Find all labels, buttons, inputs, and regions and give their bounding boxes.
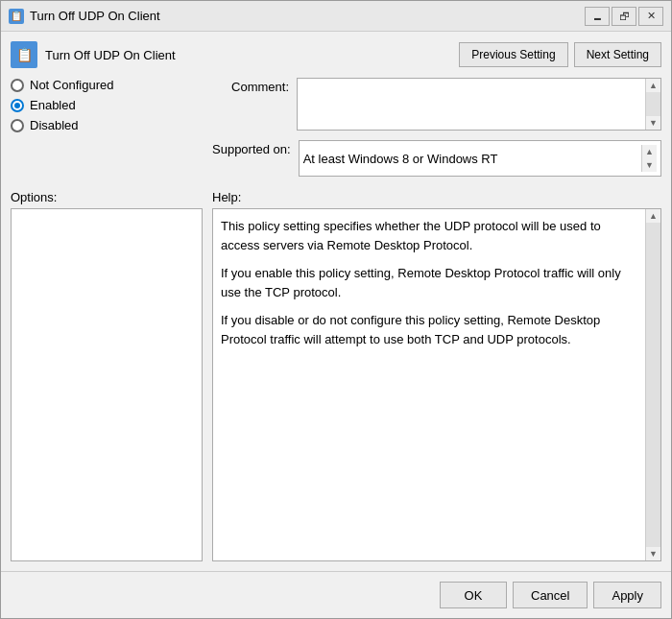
supported-scroll-down[interactable]: ▼ bbox=[643, 158, 657, 172]
header-title: Turn Off UDP On Client bbox=[45, 48, 176, 62]
minimize-button[interactable]: 🗕 bbox=[585, 7, 610, 26]
title-bar-left: 📋 Turn Off UDP On Client bbox=[9, 9, 160, 24]
help-paragraph-1: This policy setting specifies whether th… bbox=[221, 217, 637, 254]
next-setting-button[interactable]: Next Setting bbox=[574, 42, 661, 67]
comment-field-content: ▲ ▼ bbox=[297, 78, 661, 131]
supported-label: Supported on: bbox=[212, 140, 291, 156]
bottom-section: Options: Help: This policy setting speci… bbox=[11, 190, 661, 561]
help-paragraph-3: If you disable or do not configure this … bbox=[221, 311, 637, 348]
window-icon: 📋 bbox=[9, 9, 24, 24]
comment-textarea-wrap: ▲ ▼ bbox=[297, 78, 661, 131]
footer: OK Cancel Apply bbox=[1, 571, 671, 618]
radio-disabled-label: Disabled bbox=[30, 118, 79, 132]
help-text-area: This policy setting specifies whether th… bbox=[213, 209, 645, 560]
radio-disabled-input[interactable] bbox=[11, 119, 24, 132]
window-title: Turn Off UDP On Client bbox=[30, 9, 160, 23]
options-box bbox=[11, 208, 203, 561]
ok-button[interactable]: OK bbox=[440, 582, 507, 608]
radio-enabled-label: Enabled bbox=[30, 98, 76, 112]
help-scroll-up[interactable]: ▲ bbox=[647, 209, 660, 223]
help-paragraph-2: If you enable this policy setting, Remot… bbox=[221, 264, 637, 301]
right-panel: Comment: ▲ ▼ Support bbox=[212, 78, 661, 182]
header-row: 📋 Turn Off UDP On Client Previous Settin… bbox=[11, 41, 661, 68]
comment-label: Comment: bbox=[212, 78, 289, 94]
apply-button[interactable]: Apply bbox=[593, 582, 661, 608]
radio-not-configured-input[interactable] bbox=[11, 79, 24, 92]
cancel-button[interactable]: Cancel bbox=[513, 582, 588, 608]
radio-disabled[interactable]: Disabled bbox=[11, 118, 203, 132]
maximize-button[interactable]: 🗗 bbox=[612, 7, 636, 26]
title-bar-controls: 🗕 🗗 ✕ bbox=[585, 7, 663, 26]
supported-row: Supported on: At least Windows 8 or Wind… bbox=[212, 140, 661, 177]
supported-field-content: At least Windows 8 or Windows RT ▲ ▼ bbox=[299, 140, 661, 177]
comment-row: Comment: ▲ ▼ bbox=[212, 78, 661, 131]
comment-scroll-up[interactable]: ▲ bbox=[647, 79, 660, 92]
radio-group: Not Configured Enabled Disabled bbox=[11, 78, 203, 132]
help-box: This policy setting specifies whether th… bbox=[212, 208, 661, 561]
radio-not-configured-label: Not Configured bbox=[30, 78, 113, 92]
options-section: Options: bbox=[11, 190, 203, 561]
help-scroll-track bbox=[646, 223, 660, 547]
help-section: Help: This policy setting specifies whet… bbox=[212, 190, 661, 561]
radio-enabled-input[interactable] bbox=[11, 99, 24, 112]
header-buttons: Previous Setting Next Setting bbox=[459, 42, 661, 67]
comment-scroll-track bbox=[646, 92, 660, 116]
radio-enabled[interactable]: Enabled bbox=[11, 98, 203, 112]
supported-value: At least Windows 8 or Windows RT bbox=[303, 152, 641, 166]
main-window: 📋 Turn Off UDP On Client 🗕 🗗 ✕ 📋 Turn Of… bbox=[0, 0, 672, 619]
comment-scroll-down[interactable]: ▼ bbox=[647, 116, 660, 130]
help-scrollbar: ▲ ▼ bbox=[645, 209, 660, 560]
settings-area: Not Configured Enabled Disabled Comm bbox=[11, 78, 661, 182]
title-bar: 📋 Turn Off UDP On Client 🗕 🗗 ✕ bbox=[1, 1, 671, 32]
comment-scrollbar: ▲ ▼ bbox=[645, 79, 660, 130]
options-label: Options: bbox=[11, 190, 203, 204]
comment-textarea[interactable] bbox=[298, 79, 645, 130]
close-button[interactable]: ✕ bbox=[638, 7, 663, 26]
content-area: 📋 Turn Off UDP On Client Previous Settin… bbox=[1, 32, 671, 571]
supported-area: At least Windows 8 or Windows RT ▲ ▼ bbox=[299, 140, 661, 177]
left-panel: Not Configured Enabled Disabled bbox=[11, 78, 203, 182]
help-scroll-down[interactable]: ▼ bbox=[647, 547, 660, 560]
help-label: Help: bbox=[212, 190, 661, 204]
previous-setting-button[interactable]: Previous Setting bbox=[459, 42, 567, 67]
radio-not-configured[interactable]: Not Configured bbox=[11, 78, 203, 92]
header-left: 📋 Turn Off UDP On Client bbox=[11, 41, 176, 68]
supported-scroll-up[interactable]: ▲ bbox=[643, 145, 657, 158]
header-icon: 📋 bbox=[11, 41, 37, 68]
supported-scrollbar: ▲ ▼ bbox=[641, 145, 657, 172]
